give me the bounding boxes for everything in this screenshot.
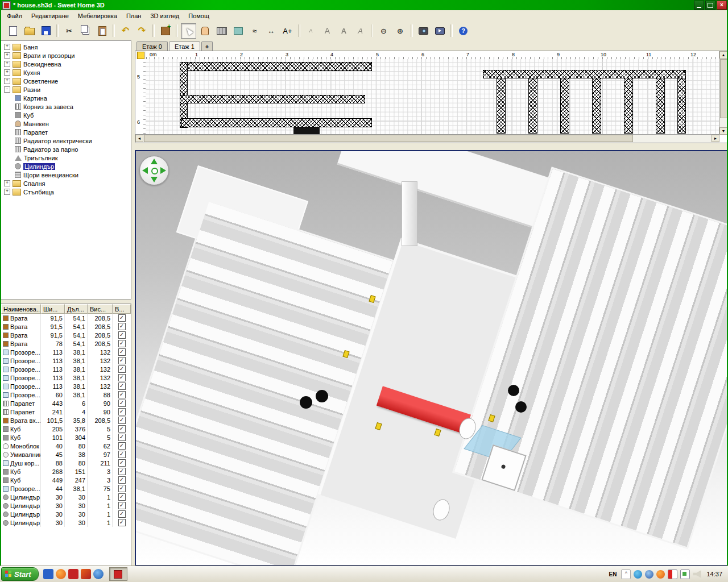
plan-furniture[interactable] (293, 127, 320, 134)
quicklaunch-mail-icon[interactable] (68, 569, 78, 579)
navigation-compass[interactable] (139, 156, 169, 185)
menu-furniture[interactable]: Мебелировка (73, 11, 122, 20)
select-button[interactable] (181, 23, 196, 39)
catalog-item-radiator[interactable]: Радиатор за парно (1, 145, 131, 153)
furniture-row[interactable]: Врата91,554,1208,5✓ (1, 314, 131, 322)
furniture-row[interactable]: Моноблок408062✓ (1, 442, 131, 450)
visible-checkbox[interactable]: ✓ (118, 365, 126, 373)
catalog-category-doors-windows[interactable]: +Врати и прозорци (1, 51, 131, 60)
visible-checkbox[interactable]: ✓ (118, 442, 126, 450)
visible-checkbox[interactable]: ✓ (118, 476, 126, 484)
furniture-row[interactable]: Прозоре...4438,175✓ (1, 484, 131, 493)
expand-toggle-icon[interactable]: + (4, 52, 10, 59)
visible-checkbox[interactable]: ✓ (118, 408, 126, 415)
wall[interactable] (497, 78, 506, 134)
wall[interactable] (483, 70, 686, 78)
visible-checkbox[interactable]: ✓ (118, 459, 126, 467)
create-polylines-button[interactable]: ≈ (247, 23, 262, 39)
wall[interactable] (592, 78, 601, 134)
visible-checkbox[interactable]: ✓ (118, 391, 126, 398)
visible-checkbox[interactable]: ✓ (118, 485, 126, 492)
furniture-row[interactable]: Парапет241490✓ (1, 408, 131, 416)
furniture-row[interactable]: Прозоре...11338,1132✓ (1, 348, 131, 356)
wall[interactable] (624, 78, 633, 134)
column-header-1[interactable]: Ши... (41, 304, 65, 314)
visible-checkbox[interactable]: ✓ (118, 400, 126, 407)
menu-plan[interactable]: План (122, 11, 146, 20)
compass-center[interactable] (151, 168, 158, 174)
visible-checkbox[interactable]: ✓ (118, 425, 126, 433)
tray-language-flag-icon[interactable] (668, 569, 677, 579)
create-walls-button[interactable] (214, 23, 229, 39)
menu-file[interactable]: Файл (2, 11, 27, 20)
menu-view3d[interactable]: 3D изглед (146, 11, 184, 20)
furniture-catalog[interactable]: +Баня+Врати и прозорци+Всекидневна+Кухня… (1, 40, 131, 300)
cut-button[interactable]: ✂ (61, 23, 77, 39)
quicklaunch-firefox-icon[interactable] (56, 569, 66, 579)
visible-checkbox[interactable]: ✓ (118, 468, 126, 475)
tab-level-1[interactable]: Етаж 1 (169, 41, 200, 51)
furniture-row[interactable]: Цилиндър30301✓ (1, 501, 131, 510)
taskbar-button-sweet-home-3d[interactable] (109, 567, 127, 581)
expand-toggle-icon[interactable]: - (4, 86, 10, 93)
add-furniture-button[interactable] (158, 23, 173, 39)
plan-view[interactable]: 0m123456789101112 56 ◄ ► ▲ ▼ (135, 51, 728, 143)
furniture-row[interactable]: Прозоре...11338,1132✓ (1, 365, 131, 373)
help-button[interactable]: ? (456, 23, 471, 39)
horizontal-scroll-thumb[interactable] (144, 135, 633, 142)
tray-messenger-icon[interactable] (634, 570, 642, 579)
compass-up-arrow[interactable] (151, 159, 158, 164)
plan-vertical-scrollbar[interactable]: ▲ ▼ (719, 51, 727, 135)
quicklaunch-media-icon[interactable] (81, 569, 91, 579)
tab-level-0[interactable]: Етаж 0 (136, 41, 168, 51)
scroll-right-arrow[interactable]: ► (712, 135, 719, 142)
wall[interactable] (677, 78, 686, 134)
wall[interactable] (181, 118, 372, 127)
plan-horizontal-scrollbar[interactable]: ◄ ► (135, 134, 719, 143)
scroll-up-arrow[interactable]: ▲ (719, 51, 727, 59)
visible-checkbox[interactable]: ✓ (118, 357, 126, 364)
scroll-left-arrow[interactable]: ◄ (135, 135, 143, 142)
visible-checkbox[interactable]: ✓ (118, 331, 126, 339)
furniture-row[interactable]: Душ кор...8880211✓ (1, 459, 131, 467)
minimize-button[interactable] (694, 1, 704, 10)
3d-view[interactable] (135, 150, 728, 566)
open-button[interactable] (22, 23, 37, 39)
visible-checkbox[interactable]: ✓ (118, 340, 126, 347)
furniture-row[interactable]: Прозоре...6038,188✓ (1, 390, 131, 399)
new-document-button[interactable] (5, 23, 20, 39)
add-level-tab[interactable]: + (201, 41, 213, 51)
copy-button[interactable] (78, 23, 93, 39)
visible-checkbox[interactable]: ✓ (118, 417, 126, 424)
column-header-0[interactable]: Наименова... (1, 304, 41, 314)
furniture-row[interactable]: Куб1013045✓ (1, 433, 131, 442)
visible-checkbox[interactable]: ✓ (118, 348, 126, 356)
wall[interactable] (656, 78, 665, 134)
catalog-item-picture[interactable]: Картина (1, 94, 131, 102)
wall[interactable] (180, 62, 372, 71)
menu-help[interactable]: Помощ (184, 11, 214, 20)
catalog-item-curtain-rod[interactable]: Корниз за завеса (1, 102, 131, 111)
catalog-item-cylinder[interactable]: Цилиндър (1, 162, 131, 171)
catalog-category-kitchen[interactable]: +Кухня (1, 68, 131, 77)
wall[interactable] (528, 78, 537, 134)
keyboard-layout-indicator[interactable]: EN (607, 571, 619, 578)
catalog-category-lights[interactable]: +Осветление (1, 77, 131, 85)
paste-button[interactable] (94, 23, 110, 39)
furniture-row[interactable]: Врата91,554,1208,5✓ (1, 331, 131, 339)
furniture-row[interactable]: Куб4492473✓ (1, 476, 131, 484)
wall[interactable] (560, 78, 569, 134)
catalog-category-staircases[interactable]: +Стълбища (1, 188, 131, 196)
furniture-row[interactable]: Куб2053765✓ (1, 425, 131, 433)
plan-3d-splitter[interactable] (135, 143, 728, 150)
furniture-list[interactable]: Наименова...Ши...Дъл...Вис...В... Врата9… (1, 304, 131, 566)
furniture-row[interactable]: Цилиндър30301✓ (1, 510, 131, 518)
furniture-row[interactable]: Врата7854,1208,5✓ (1, 339, 131, 348)
restore-button[interactable] (705, 1, 715, 10)
catalog-category-bathroom[interactable]: +Баня (1, 43, 131, 51)
save-button[interactable] (38, 23, 53, 39)
catalog-item-mannequin[interactable]: Манекен (1, 119, 131, 128)
furniture-row[interactable]: Цилиндър30301✓ (1, 493, 131, 501)
create-dimensions-button[interactable]: ↔ (263, 23, 279, 39)
start-button[interactable]: Start (1, 567, 39, 581)
